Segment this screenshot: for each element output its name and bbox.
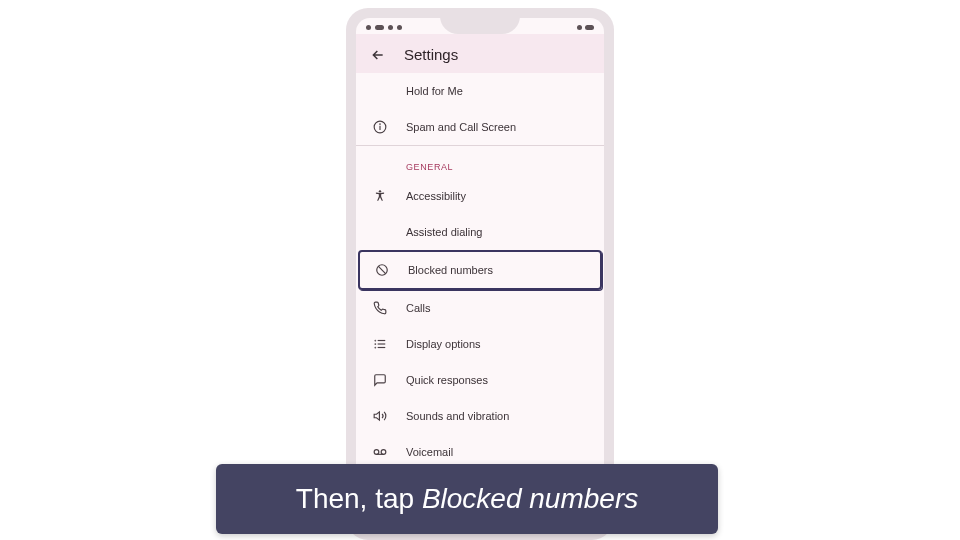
svg-point-10 [375,344,376,345]
phone-frame: Settings Hold for Me Spam and Call Scree… [346,8,614,540]
settings-list-general: Accessibility Assisted dialing Blocked n… [356,178,604,470]
list-item-calls[interactable]: Calls [356,290,604,326]
info-icon [372,119,388,135]
svg-point-9 [375,340,376,341]
list-item-display-options[interactable]: Display options [356,326,604,362]
list-item-label: Sounds and vibration [406,410,509,422]
highlighted-item: Blocked numbers [358,250,602,290]
list-icon [372,336,388,352]
instruction-caption: Then, tap Blocked numbers [216,464,718,534]
svg-point-11 [375,347,376,348]
list-item-label: Display options [406,338,481,350]
svg-line-5 [378,266,386,274]
list-item-label: Accessibility [406,190,466,202]
caption-text: Then, tap Blocked numbers [296,483,638,515]
svg-point-3 [379,190,381,192]
block-icon [374,262,390,278]
page-title: Settings [404,46,458,63]
list-item-quick-responses[interactable]: Quick responses [356,362,604,398]
list-item-accessibility[interactable]: Accessibility [356,178,604,214]
list-item-label: Voicemail [406,446,453,458]
voicemail-icon [372,444,388,460]
list-item-sounds-vibration[interactable]: Sounds and vibration [356,398,604,434]
list-item-blocked-numbers[interactable]: Blocked numbers [360,252,600,288]
settings-header: Settings [356,34,604,73]
svg-point-14 [381,450,386,455]
status-right [577,25,594,30]
caption-emphasis: Blocked numbers [422,483,638,514]
svg-marker-12 [374,412,379,420]
message-icon [372,372,388,388]
accessibility-icon [372,188,388,204]
list-item-spam-call-screen[interactable]: Spam and Call Screen [356,109,604,145]
volume-icon [372,408,388,424]
section-header-general: GENERAL [356,146,604,178]
list-item-label: Calls [406,302,430,314]
list-item-label: Assisted dialing [406,226,482,238]
list-item-hold-for-me[interactable]: Hold for Me [356,73,604,109]
list-item-label: Spam and Call Screen [406,121,516,133]
status-left [366,25,402,30]
back-arrow-icon[interactable] [370,47,386,63]
phone-icon [372,300,388,316]
list-item-label: Blocked numbers [408,264,493,276]
list-item-assisted-dialing[interactable]: Assisted dialing [356,214,604,250]
caption-prefix: Then, tap [296,483,422,514]
phone-screen: Settings Hold for Me Spam and Call Scree… [356,18,604,530]
svg-point-13 [374,450,379,455]
list-item-label: Quick responses [406,374,488,386]
display-notch [440,18,520,34]
settings-list-top: Hold for Me Spam and Call Screen [356,73,604,145]
svg-point-2 [380,124,381,125]
list-item-label: Hold for Me [406,85,463,97]
